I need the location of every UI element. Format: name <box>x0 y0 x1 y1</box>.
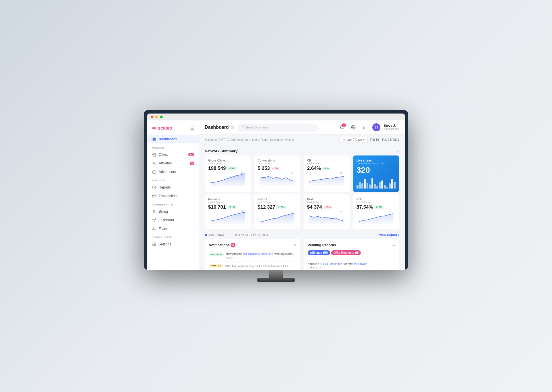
legend-last7: Last 7 days <box>205 233 224 237</box>
metric-live-stream: Live stream Conversions last 30 min 320 <box>353 155 399 192</box>
revenue-badge: +11% <box>227 205 236 209</box>
sidebar-item-transactions[interactable]: Transactions <box>147 192 199 200</box>
monitor-frame: scaleo ☰ Dashboard MANAGE <box>144 110 408 270</box>
notif-time-1: Today <box>226 257 294 260</box>
profit-badge: -18% <box>323 205 332 209</box>
payout-sublabel: Last 7 Days <box>258 201 297 204</box>
notifications-button[interactable]: 3 <box>338 123 346 131</box>
svg-point-27 <box>363 128 364 129</box>
monitor-wrapper: scaleo ☰ Dashboard MANAGE <box>144 110 408 282</box>
payout-chart: 5K <box>258 210 297 224</box>
settings-icon <box>152 242 156 247</box>
sub-header: Based on (GMT+01:00) Amsterdam, Berlin, … <box>199 134 405 145</box>
search-bar[interactable]: Enter ID or name <box>237 124 318 131</box>
sidebar-item-affiliates[interactable]: Affiliates 3 <box>147 159 199 168</box>
conversions-chart: 5K <box>258 171 297 186</box>
svg-point-22 <box>365 126 365 126</box>
sidebar-label-reports: Reports <box>159 185 171 189</box>
globe-button[interactable] <box>349 123 357 131</box>
sidebar-item-reports[interactable]: Reports <box>147 183 199 192</box>
monitor-screen: scaleo ☰ Dashboard MANAGE <box>147 114 405 270</box>
tab-offer-requests[interactable]: Offer Requests 3 <box>331 250 361 255</box>
svg-rect-2 <box>153 138 154 139</box>
date-range-label: Last 7 Days <box>347 138 362 141</box>
timezone-info: Based on (GMT+01:00) Amsterdam, Berlin, … <box>205 138 294 141</box>
user-name: Steve J. <box>384 124 399 128</box>
notification-item-2: Offer Cap Offer Cap approaching for #9 C… <box>209 262 296 270</box>
sidebar-label-dashboard: Dashboard <box>159 137 177 141</box>
notifications-refresh[interactable]: ↻ <box>293 243 296 247</box>
user-avatar: SJ <box>372 123 380 131</box>
apps-button[interactable] <box>361 123 369 131</box>
view-report-button[interactable]: View Report › <box>379 233 399 237</box>
svg-rect-4 <box>153 139 154 141</box>
sidebar-item-settings[interactable]: Settings <box>147 240 199 249</box>
date-from-to: Feb 16 – Feb 23, 2021 <box>370 138 399 141</box>
notifications-count-badge: 3 <box>231 243 235 247</box>
billing-icon <box>152 209 156 214</box>
traffic-light-green <box>160 116 163 118</box>
sidebar-label-affiliates: Affiliates <box>159 161 172 165</box>
tab-affiliates[interactable]: Affiliates 12 <box>308 250 330 255</box>
advertisers-icon <box>152 170 156 174</box>
revenue-sublabel: Last 7 Days <box>208 201 247 204</box>
profit-label: Profit <box>307 198 346 201</box>
network-summary-more[interactable]: ··· <box>396 149 399 153</box>
sidebar-item-team[interactable]: Team <box>147 224 199 233</box>
notifications-card: Notifications 3 ↻ New ticket <box>205 239 300 270</box>
sidebar-label-outbound: Outbound <box>159 218 174 222</box>
network-summary-title: Network Summary <box>205 149 237 153</box>
cr-chart: 5K <box>307 171 346 186</box>
metric-payout: Payout Last 7 Days $12 327 +15% <box>254 194 300 229</box>
svg-rect-30 <box>343 139 345 141</box>
svg-rect-5 <box>154 139 156 141</box>
svg-text:5K: 5K <box>389 211 392 213</box>
sidebar-section-configurate: CONFIGURATE <box>147 233 199 240</box>
collapse-icon[interactable]: ☰ <box>190 126 194 130</box>
pending-item-more[interactable]: ⋮ <box>391 263 395 268</box>
svg-rect-9 <box>152 195 156 197</box>
sidebar-item-billing[interactable]: Billing <box>147 207 199 216</box>
notif-tag-1: New ticket <box>209 253 224 256</box>
svg-point-21 <box>363 126 364 126</box>
notification-item-1: New ticket New Affiliate #51 RevHeist Tr… <box>209 250 296 262</box>
revenue-value: $16 701 <box>208 204 226 210</box>
offer-requests-count: 3 <box>355 251 359 254</box>
affiliates-badge: 3 <box>190 162 194 165</box>
svg-point-24 <box>363 127 364 128</box>
live-stream-value: 320 <box>356 166 396 175</box>
sidebar-section-analyze: ANALYZE <box>147 176 199 183</box>
conversions-sublabel: Last 7 Days <box>258 162 297 165</box>
pending-more-btn[interactable]: ··· <box>392 243 395 247</box>
notif-text-1: New Affiliate #51 RevHeist Traffic Inc. … <box>226 252 294 256</box>
gross-clicks-badge: +15% <box>227 167 236 170</box>
date-range-button[interactable]: Last 7 Days ▾ <box>340 137 368 143</box>
monitor-stand-neck <box>269 270 283 278</box>
roi-label: ROI <box>356 198 396 201</box>
roi-value: 87.54% <box>356 204 373 210</box>
notif-tag-2: Offer Cap <box>209 264 223 268</box>
svg-point-17 <box>242 126 244 128</box>
sidebar-item-outbound[interactable]: Outbound <box>147 216 199 224</box>
sidebar-section-administrate: ADMINISTRATE <box>147 200 199 207</box>
gross-clicks-sublabel: Last 7 Days <box>208 162 247 165</box>
logo-icon <box>152 126 157 131</box>
conversions-label: Conversions <box>258 159 297 162</box>
payout-badge: +15% <box>276 205 286 209</box>
traffic-light-yellow <box>155 116 158 118</box>
svg-point-29 <box>366 128 366 129</box>
pending-time-1: Today, 11:30 <box>308 266 367 269</box>
roi-chart: 5K <box>356 210 396 224</box>
conversions-value: 5 253 <box>258 166 270 171</box>
reports-icon <box>152 185 156 190</box>
sidebar-item-advertisers[interactable]: Advertisers <box>147 168 199 176</box>
svg-point-25 <box>365 127 365 128</box>
sidebar-item-dashboard[interactable]: Dashboard <box>147 135 199 143</box>
sidebar-item-offers[interactable]: Offers 12 <box>147 150 199 159</box>
revenue-label: Revenue <box>208 198 247 201</box>
sidebar-label-advertisers: Advertisers <box>159 170 176 174</box>
sidebar-label-offers: Offers <box>159 153 168 157</box>
calendar-icon <box>343 139 346 141</box>
settings-gear-icon[interactable] <box>231 126 234 129</box>
svg-rect-7 <box>152 171 156 173</box>
